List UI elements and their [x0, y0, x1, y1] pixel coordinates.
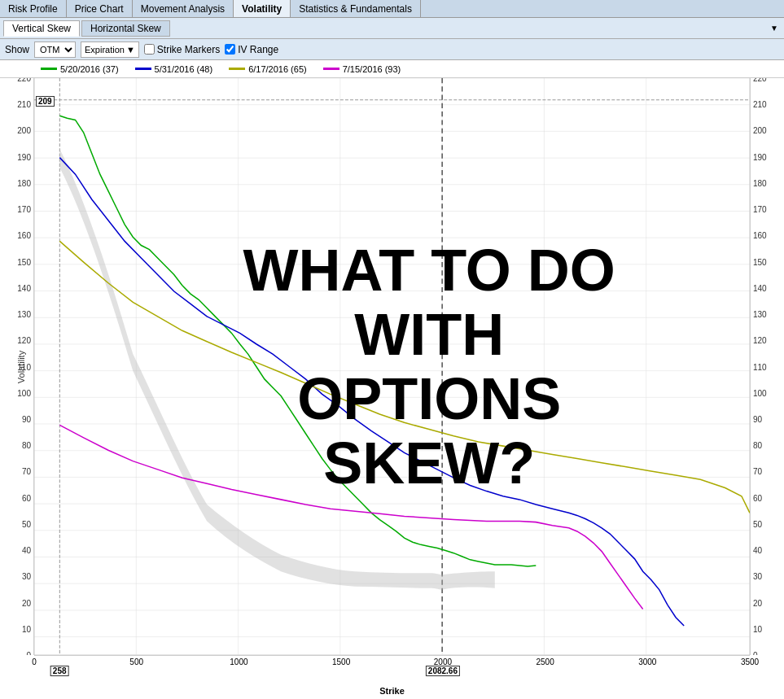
- legend-bar: 5/20/2016 (37) 5/31/2016 (48) 6/17/2016 …: [0, 60, 784, 78]
- x-axis: 0 500 1000 1500 2000 2082.66 2500 3000 3…: [34, 655, 750, 686]
- iv-range-band: [59, 149, 494, 590]
- y-left-label-220: 220: [17, 78, 31, 83]
- tab-statistics-fundamentals[interactable]: Statistics & Fundamentals: [291, 0, 421, 17]
- x-axis-container: 0 500 1000 1500 2000 2082.66 2500 3000 3…: [0, 655, 784, 686]
- y-axis-left: Volatility 22021020019018017016015014013…: [0, 78, 34, 655]
- iv-range-checkbox-label[interactable]: IV Range: [225, 44, 278, 55]
- y-left-label-100: 100: [17, 388, 31, 397]
- tab-movement-analysis[interactable]: Movement Analysis: [133, 0, 234, 17]
- legend-color-4: [323, 68, 339, 70]
- y-left-label-180: 180: [17, 178, 31, 187]
- iv-range-checkbox[interactable]: [225, 44, 235, 55]
- y-right-label-60: 60: [753, 493, 762, 502]
- y-right-label-20: 20: [753, 598, 762, 607]
- y-right-label-40: 40: [753, 546, 762, 555]
- y-left-label-90: 90: [22, 414, 31, 423]
- y-right-label-180: 180: [753, 178, 767, 187]
- legend-label-2: 5/31/2016 (48): [155, 64, 213, 74]
- y-right-label-80: 80: [753, 441, 762, 450]
- legend-label-4: 7/15/2016 (93): [343, 64, 401, 74]
- x-label-2500: 2500: [536, 657, 554, 666]
- y-right-label-90: 90: [753, 414, 762, 423]
- expand-button[interactable]: ▼: [768, 22, 781, 35]
- strike-label: 258: [50, 666, 69, 676]
- y-right-label-10: 10: [753, 624, 762, 633]
- show-label: Show: [5, 44, 29, 55]
- chart-content: WHAT TO DO WITH OPTIONS SKEW? 209: [34, 78, 750, 655]
- chart-svg: [34, 78, 750, 655]
- y-left-label-170: 170: [17, 205, 31, 214]
- y-left-label-80: 80: [22, 441, 31, 450]
- y-right-label-190: 190: [753, 152, 767, 161]
- y-left-label-10: 10: [22, 624, 31, 633]
- y-right-label-170: 170: [753, 205, 767, 214]
- y-left-label-0: 0: [26, 651, 31, 656]
- x-label-3000: 3000: [638, 657, 656, 666]
- tab-horizontal-skew[interactable]: Horizontal Skew: [81, 20, 170, 37]
- y-right-label-70: 70: [753, 467, 762, 476]
- y-right-label-200: 200: [753, 126, 767, 135]
- current-price-label: 209: [36, 96, 55, 107]
- y-left-label-210: 210: [17, 100, 31, 109]
- legend-color-1: [41, 68, 57, 70]
- y-right-label-120: 120: [753, 336, 767, 345]
- y-left-label-140: 140: [17, 283, 31, 292]
- y-right-label-100: 100: [753, 388, 767, 397]
- x-label-0: 0: [32, 657, 37, 666]
- legend-label-1: 5/20/2016 (37): [60, 64, 119, 74]
- x-label-1500: 1500: [332, 657, 350, 666]
- tab-vertical-skew[interactable]: Vertical Skew: [3, 20, 80, 37]
- line-green: [59, 116, 536, 566]
- y-right-label-0: 0: [753, 651, 758, 656]
- y-left-label-30: 30: [22, 572, 31, 581]
- expiration-dropdown[interactable]: Expiration ▼: [81, 42, 139, 58]
- legend-item-2: 5/31/2016 (48): [135, 64, 213, 74]
- sub-navigation: Vertical Skew Horizontal Skew ▼: [0, 18, 784, 39]
- y-left-label-120: 120: [17, 336, 31, 345]
- y-left-label-130: 130: [17, 310, 31, 319]
- y-left-label-70: 70: [22, 467, 31, 476]
- y-right-label-50: 50: [753, 519, 762, 528]
- y-axis-right: 2202102001901801701601501401301201101009…: [750, 78, 784, 655]
- legend-item-3: 6/17/2016 (65): [229, 64, 307, 74]
- y-right-label-110: 110: [753, 362, 767, 371]
- y-left-label-150: 150: [17, 257, 31, 266]
- y-left-label-50: 50: [22, 519, 31, 528]
- legend-label-3: 6/17/2016 (65): [248, 64, 307, 74]
- legend-color-2: [135, 68, 151, 70]
- otm-select[interactable]: OTM: [34, 42, 76, 58]
- y-left-label-20: 20: [22, 598, 31, 607]
- legend-item-4: 7/15/2016 (93): [323, 64, 401, 74]
- x-axis-title: Strike: [34, 686, 750, 699]
- y-right-label-30: 30: [753, 572, 762, 581]
- y-right-label-160: 160: [753, 231, 767, 240]
- y-left-label-60: 60: [22, 493, 31, 502]
- line-blue: [59, 158, 684, 626]
- y-left-label-200: 200: [17, 126, 31, 135]
- controls-bar: Show OTM Expiration ▼ Strike Markers IV …: [0, 39, 784, 60]
- tab-risk-profile[interactable]: Risk Profile: [0, 0, 67, 17]
- y-right-label-140: 140: [753, 283, 767, 292]
- tab-price-chart[interactable]: Price Chart: [67, 0, 133, 17]
- y-right-label-220: 220: [753, 78, 767, 83]
- x-label-1000: 1000: [230, 657, 247, 666]
- x-label-3500: 3500: [741, 657, 759, 666]
- y-left-label-110: 110: [17, 362, 31, 371]
- y-left-label-40: 40: [22, 546, 31, 555]
- tab-volatility[interactable]: Volatility: [234, 0, 291, 17]
- y-right-label-130: 130: [753, 310, 767, 319]
- strike-markers-checkbox[interactable]: [144, 44, 155, 55]
- y-right-label-150: 150: [753, 257, 767, 266]
- legend-color-3: [229, 68, 245, 70]
- top-navigation: Risk Profile Price Chart Movement Analys…: [0, 0, 784, 18]
- legend-item-1: 5/20/2016 (37): [41, 64, 119, 74]
- y-left-label-190: 190: [17, 152, 31, 161]
- x-label-500: 500: [129, 657, 143, 666]
- crosshair-value-label: 2082.66: [426, 666, 460, 676]
- strike-markers-checkbox-label[interactable]: Strike Markers: [144, 44, 220, 55]
- y-right-label-210: 210: [753, 100, 767, 109]
- x-axis-left-spacer: [0, 655, 34, 686]
- y-left-label-160: 160: [17, 231, 31, 240]
